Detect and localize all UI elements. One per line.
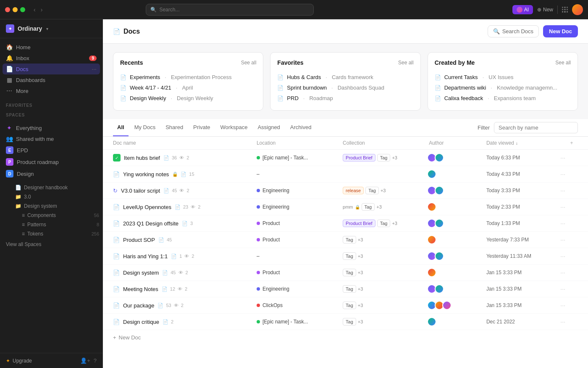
view-all-spaces[interactable]: View all Spaces — [0, 238, 102, 250]
row-more-button[interactable]: ··· — [560, 154, 565, 161]
row-more-button[interactable]: ··· — [560, 253, 565, 259]
row-more-button[interactable]: ··· — [560, 187, 565, 194]
row-more-button[interactable]: ··· — [560, 220, 565, 227]
tree-item-3-0[interactable]: 📁 3.0 — [12, 192, 102, 201]
sidebar-item-home[interactable]: 🏠 Home — [3, 42, 100, 53]
sidebar-item-product[interactable]: P Product roadmap — [3, 156, 100, 168]
tab-private[interactable]: Private — [189, 119, 214, 136]
tag-tag[interactable]: Tag — [343, 236, 356, 244]
table-row[interactable]: 📄 Design system 📄 45 👁 2 Product Tag +3 … — [103, 265, 588, 281]
row-more-button[interactable]: ··· — [560, 269, 565, 276]
row-more-button[interactable]: ··· — [560, 171, 565, 177]
table-row[interactable]: 📄 Our package 📄 53 👁 2 ClickOps Tag +3 — [103, 297, 588, 314]
created-item-2[interactable]: 📄 Departments wiki · Knowledge managemn.… — [435, 82, 571, 93]
row-more-button[interactable]: ··· — [560, 236, 565, 243]
recents-item-2[interactable]: 📄 Week 4/17 - 4/21 · April — [120, 82, 256, 93]
tag-product-brief[interactable]: Product Brief — [343, 220, 375, 227]
tag-tag[interactable]: Tag — [343, 285, 356, 293]
table-row[interactable]: 📄 Design critique 📄 2 [Epic name] - Task… — [103, 314, 588, 330]
tag-tag[interactable]: Tag — [343, 269, 356, 276]
favorites-item-2[interactable]: 📄 Sprint burndown · Dashboards Squad — [277, 82, 413, 93]
tab-all[interactable]: All — [113, 119, 129, 136]
upgrade-button[interactable]: ✦ Upgrade — [6, 358, 32, 364]
favorites-item-1[interactable]: 📄 Hubs & Cards · Cards framework — [277, 72, 413, 82]
tree-item-components[interactable]: ≡ Components 56 — [18, 211, 102, 220]
row-more-button[interactable]: ··· — [560, 204, 565, 210]
favorites-see-all[interactable]: See all — [398, 60, 414, 66]
tree-item-patterns[interactable]: ≡ Patterns 8 — [18, 220, 102, 229]
apps-icon[interactable] — [562, 7, 568, 13]
new-button[interactable]: ⊕ New — [537, 7, 553, 13]
global-search[interactable]: 🔍 — [146, 4, 314, 16]
tab-archived[interactable]: Archived — [286, 119, 316, 136]
col-date-viewed[interactable]: Date viewed ↓ — [486, 140, 565, 146]
tree-item-design-system[interactable]: 📁 Design system — [12, 201, 102, 211]
tag-tag[interactable]: Tag — [377, 154, 391, 161]
row-more-button[interactable]: ··· — [560, 302, 565, 309]
tag-tag[interactable]: Tag — [362, 203, 375, 211]
help-icon[interactable]: ? — [94, 357, 97, 364]
sidebar-item-shared[interactable]: 👥 Shared with me — [3, 133, 100, 144]
search-docs-button[interactable]: 🔍 Search Docs — [488, 25, 539, 37]
filter-button[interactable]: Filter — [478, 124, 490, 131]
add-new-doc-row[interactable]: + New Doc — [103, 330, 588, 345]
favorites-item-3[interactable]: 📄 PRD · Roadmap — [277, 93, 413, 103]
back-button[interactable]: ‹ — [32, 5, 37, 14]
recents-item-1[interactable]: 📄 Experiments · Experimentation Process — [120, 72, 256, 82]
sidebar-item-docs[interactable]: 📄 Docs ··· — [3, 64, 100, 74]
user-avatar[interactable] — [572, 4, 583, 15]
new-doc-button[interactable]: New Doc — [543, 25, 578, 37]
recents-see-all[interactable]: See all — [241, 60, 257, 66]
table-row[interactable]: 📄 LevelUp Opennotes 📄 23 👁 2 Engineering… — [103, 199, 588, 215]
tab-my-docs[interactable]: My Docs — [130, 119, 160, 136]
global-search-input[interactable] — [159, 7, 309, 13]
table-row[interactable]: ↻ V3.0 tailor script 📄 45 👁 2 Engineerin… — [103, 183, 588, 199]
tag-tag[interactable]: Tag — [377, 220, 391, 227]
row-more-button[interactable]: ··· — [560, 318, 565, 325]
tree-item-designer-handbook[interactable]: 📄 Designer handbook — [12, 183, 102, 192]
sidebar-item-design[interactable]: D Design — [3, 168, 100, 180]
maximize-button[interactable] — [20, 7, 25, 12]
created-icon-3: 📄 — [435, 95, 441, 101]
search-name-input[interactable] — [494, 122, 578, 133]
table-row[interactable]: 📄 Ying working notes 🔒 📄 15 – Today 4:33… — [103, 166, 588, 183]
tag-tag[interactable]: Tag — [343, 318, 356, 326]
tab-assigned[interactable]: Assigned — [253, 119, 284, 136]
workspace-header[interactable]: ✦ Ordinary ▾ — [0, 19, 102, 38]
sidebar-item-epd[interactable]: E EPD — [3, 144, 100, 156]
tab-workspace[interactable]: Workspace — [216, 119, 252, 136]
tag-tag[interactable]: Tag — [365, 187, 379, 194]
tree-item-tokens[interactable]: ≡ Tokens 256 — [18, 229, 102, 238]
add-column-icon[interactable]: + — [565, 140, 578, 146]
add-member-icon[interactable]: 👤+ — [80, 357, 90, 364]
tab-shared[interactable]: Shared — [161, 119, 187, 136]
sidebar-item-more[interactable]: ⋯ More — [3, 85, 100, 96]
sidebar-item-inbox[interactable]: 🔔 Inbox 9 — [3, 53, 100, 64]
table-row[interactable]: 📄 Haris and Ying 1:1 📄 1 👁 2 – Tag +3 Ye… — [103, 248, 588, 265]
table-row[interactable]: 📄 Product SOP 📄 45 Product Tag +3 Yester… — [103, 232, 588, 248]
inbox-icon: 🔔 — [6, 55, 13, 61]
table-row[interactable]: ✓ Item hubs brief 📄 36 👁 2 [Epic name] -… — [103, 150, 588, 166]
forward-button[interactable]: › — [39, 5, 45, 14]
minimize-button[interactable] — [13, 7, 18, 12]
sidebar-item-dashboards[interactable]: ▦ Dashboards — [3, 74, 100, 85]
tag-tag[interactable]: Tag — [343, 302, 356, 309]
ai-button[interactable]: AI — [512, 5, 533, 14]
close-button[interactable] — [5, 7, 10, 12]
sidebar-item-everything[interactable]: ✦ Everything — [3, 122, 100, 133]
tag-release[interactable]: release — [343, 187, 364, 194]
docs-title-icon: 📄 — [113, 28, 120, 35]
tag-tag[interactable]: Tag — [343, 252, 356, 260]
created-item-1[interactable]: 📄 Current Tasks · UX Issues — [435, 72, 571, 82]
created-by-me-see-all[interactable]: See all — [555, 60, 571, 66]
row-more-button[interactable]: ··· — [560, 286, 565, 292]
table-row[interactable]: 📄 Meeting Notes 📄 12 👁 2 Engineering Tag… — [103, 281, 588, 297]
created-item-3[interactable]: 📄 Calixa feedback · Expansions team — [435, 93, 571, 103]
design-system-folder-label: Design system — [24, 203, 57, 209]
table-row[interactable]: 📄 2023 Q1 Design offsite 📄 3 Product Pro… — [103, 215, 588, 232]
docs-more-icon[interactable]: ··· — [92, 66, 97, 72]
doc-name-cell: 📄 Haris and Ying 1:1 📄 1 👁 2 — [113, 253, 257, 259]
tag-count: +3 — [358, 270, 363, 275]
tag-product-brief[interactable]: Product Brief — [343, 154, 375, 161]
recents-item-3[interactable]: 📄 Design Weekly · Design Weekly — [120, 93, 256, 103]
